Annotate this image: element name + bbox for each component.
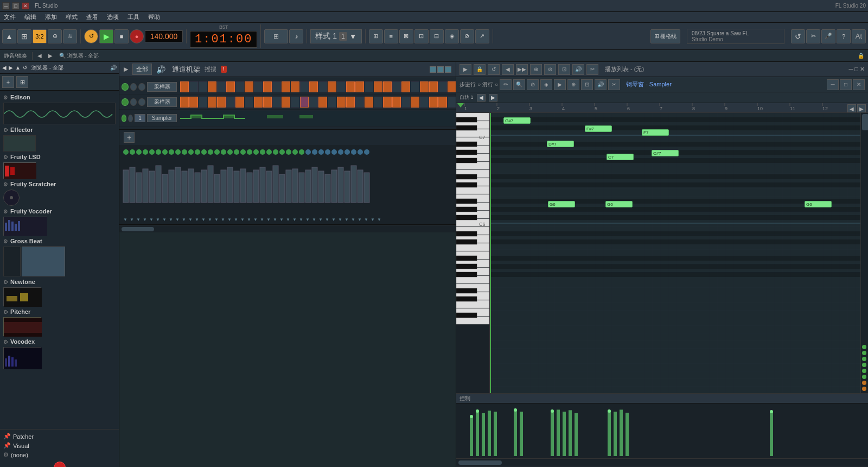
beat-1-6[interactable] <box>226 81 235 92</box>
beat-2-18[interactable] <box>337 97 346 108</box>
beat-2-22[interactable] <box>374 97 382 108</box>
sidebar-item-effector[interactable]: ⚙ Effector <box>0 125 119 134</box>
note-G#7-1[interactable]: G#7 <box>503 117 531 124</box>
sidebar-item-lsd[interactable]: ⚙ Fruity LSD <box>0 153 119 161</box>
tb-icon-c[interactable]: ⊠ <box>399 29 413 43</box>
piano-roll-scrollbar[interactable] <box>456 458 868 466</box>
pr-tool-zoom[interactable]: ⊕ <box>567 79 579 90</box>
tb-icon-f[interactable]: ◈ <box>445 29 459 43</box>
tb-icon-g[interactable]: ⊘ <box>460 29 474 43</box>
note-C7-1[interactable]: C7 <box>607 154 634 160</box>
menu-edit[interactable]: 编辑 <box>23 13 38 21</box>
pr-tool-glue[interactable]: ◈ <box>540 79 552 90</box>
icon-scissors[interactable]: ✂ <box>806 29 820 43</box>
bpm-display[interactable]: 140.000 <box>145 30 183 42</box>
nav-forward[interactable]: ▶ <box>9 65 13 71</box>
note-D#7[interactable]: D#7 <box>547 141 574 147</box>
beat-1-2[interactable] <box>189 81 198 92</box>
toolbar-icon-4[interactable]: ⊕ <box>48 29 62 43</box>
scrollbar-thumb[interactable] <box>122 227 154 231</box>
beat-1-7[interactable] <box>235 81 244 92</box>
pr-nav-right[interactable]: ▶ <box>489 94 497 102</box>
sidebar-btn-1[interactable]: + <box>2 76 14 88</box>
ruler-nav-right[interactable]: ▶ <box>857 104 866 113</box>
pr-max-btn[interactable]: □ <box>840 79 852 90</box>
menu-help[interactable]: 帮助 <box>146 13 162 21</box>
pr-tool-play[interactable]: ▶ <box>554 79 566 90</box>
beat-2-23[interactable] <box>383 97 392 108</box>
note-G6-3[interactable]: G6 <box>805 201 832 207</box>
beat-1-26[interactable] <box>411 81 419 92</box>
beat-1-27[interactable] <box>420 81 429 92</box>
nav-refresh[interactable]: ↺ <box>23 65 27 71</box>
beat-2-29[interactable] <box>438 97 447 108</box>
beat-1-19[interactable] <box>346 81 355 92</box>
note-grid[interactable]: G#7 D#7 F#7 F7 C7 <box>490 113 860 393</box>
sidebar-item-grossbeat[interactable]: ⚙ Gross Beat <box>0 237 119 245</box>
pr-nav-8[interactable]: ⊡ <box>558 64 570 75</box>
beat-1-29[interactable] <box>438 81 447 92</box>
transport-record[interactable]: ● <box>130 29 144 43</box>
toolbar-icon-2[interactable]: ⊞ <box>17 29 31 43</box>
beat-1-20[interactable] <box>355 81 364 92</box>
beat-1-3[interactable] <box>199 81 207 92</box>
beat-2-13[interactable] <box>291 97 299 108</box>
pr-nav-9[interactable]: 🔊 <box>572 64 584 75</box>
beat-1-9[interactable] <box>254 81 263 92</box>
nav-up[interactable]: ▲ <box>15 65 21 71</box>
track-2-btn-2[interactable] <box>130 98 137 106</box>
panel-arrow[interactable]: ▶ <box>124 66 128 73</box>
track-2-label[interactable]: 采样器 <box>147 97 177 107</box>
beat-2-19[interactable] <box>346 97 355 108</box>
beat-1-25[interactable] <box>401 81 410 92</box>
beat-1-15[interactable] <box>309 81 318 92</box>
beat-2-11[interactable] <box>272 97 281 108</box>
transport-time[interactable]: 1:01:00 <box>190 31 257 48</box>
maximize-btn[interactable]: □ <box>12 2 20 10</box>
beat-1-22[interactable] <box>374 81 382 92</box>
pr-nav-3[interactable]: ↺ <box>488 64 500 75</box>
ruler-nav-left[interactable]: ◀ <box>847 104 856 113</box>
beat-1-10[interactable] <box>263 81 272 92</box>
beat-1-1[interactable] <box>180 81 189 92</box>
sidebar-item-vocoder[interactable]: ⚙ Fruity Vocoder <box>0 207 119 216</box>
add-track-btn[interactable]: + <box>124 132 135 143</box>
beat-1-23[interactable] <box>383 81 392 92</box>
icon-mic[interactable]: 🎤 <box>821 29 835 43</box>
menu-file[interactable]: 文件 <box>2 13 17 21</box>
beat-2-26[interactable] <box>411 97 419 108</box>
beat-2-14[interactable] <box>300 97 309 108</box>
sidebar-item-newtone[interactable]: ⚙ Newtone <box>0 277 119 286</box>
pr-tool-pencil[interactable]: ✏ <box>500 79 512 90</box>
beat-2-15[interactable] <box>309 97 318 108</box>
beat-1-21[interactable] <box>365 81 373 92</box>
beat-1-8[interactable] <box>245 81 253 92</box>
beat-2-9[interactable] <box>254 97 263 108</box>
toolbar-icon-5[interactable]: ≋ <box>63 29 77 43</box>
pr-close-btn[interactable]: ─ <box>827 79 839 90</box>
transport-loop[interactable]: ↺ <box>84 29 98 43</box>
subtoolbar-mute[interactable]: 静音/独奏 <box>2 52 29 60</box>
note-G6-2[interactable]: G6 <box>605 201 633 207</box>
pr-x-btn[interactable]: ✕ <box>853 79 865 90</box>
beat-2-5[interactable] <box>217 97 226 108</box>
pr-tool-snap[interactable]: ⊡ <box>581 79 593 90</box>
beat-1-18[interactable] <box>337 81 346 92</box>
track-3-label[interactable]: Sampler <box>147 114 177 122</box>
pr-nav-5[interactable]: ▶▶ <box>516 64 528 75</box>
tb-icon-h[interactable]: ↗ <box>475 29 489 43</box>
menu-options[interactable]: 选项 <box>105 13 120 21</box>
note-grid-scrollbar[interactable] <box>860 113 868 393</box>
beat-2-2[interactable] <box>189 97 198 108</box>
grid-btn[interactable]: ⊞ 栅格线 <box>650 29 680 43</box>
track-3-green-btn[interactable] <box>122 115 126 122</box>
sidebar-item-vocodex[interactable]: ⚙ Vocodex <box>0 337 119 346</box>
piano-keys-svg[interactable]: C7 C6 <box>456 113 490 393</box>
track-3-btn-2[interactable] <box>128 115 133 122</box>
playlist-close[interactable]: ─ □ ✕ <box>848 66 865 73</box>
beat-1-24[interactable] <box>392 81 401 92</box>
beat-2-24[interactable] <box>392 97 401 108</box>
pr-tool-mute[interactable]: ⊘ <box>527 79 539 90</box>
beat-2-10[interactable] <box>263 97 272 108</box>
transport-play[interactable]: ▶ <box>99 29 113 43</box>
